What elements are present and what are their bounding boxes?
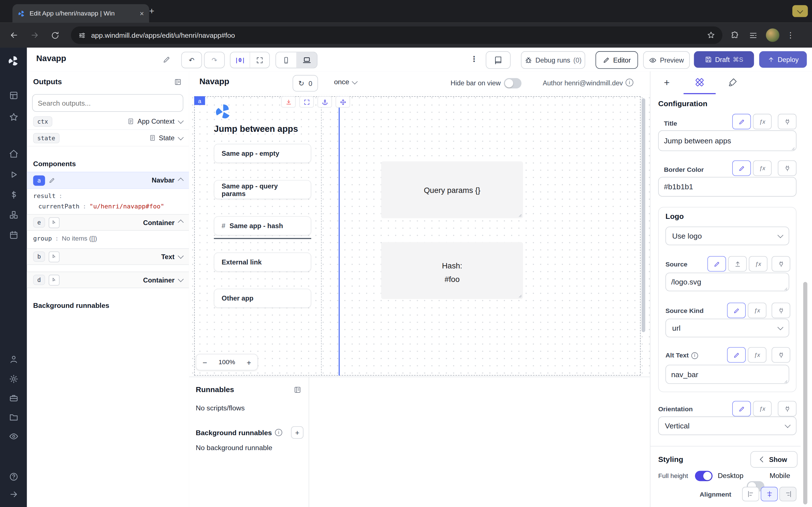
orientation-select[interactable]: Vertical: [658, 416, 796, 435]
connect-plug-button[interactable]: [772, 302, 790, 318]
use-logo-select[interactable]: Use logo: [665, 226, 789, 245]
app-canvas[interactable]: a Jump between apps Same app - empty Sam…: [189, 94, 650, 377]
edit-id-pencil-icon[interactable]: [49, 177, 56, 184]
address-bar[interactable]: app.windmill.dev/apps/edit/u/henri/navap…: [71, 26, 723, 44]
folders-icon[interactable]: [7, 411, 20, 423]
variables-dollar-icon[interactable]: [7, 188, 20, 201]
alt-text-input[interactable]: [665, 365, 789, 384]
info-icon[interactable]: i: [691, 352, 698, 359]
browser-tab[interactable]: Edit App u/henri/navapp | Win ×: [12, 4, 149, 23]
state-row[interactable]: state State: [27, 130, 189, 147]
undo-button[interactable]: ↶: [181, 52, 202, 68]
forward-icon[interactable]: [30, 31, 40, 40]
apps-grid-icon[interactable]: [7, 89, 20, 101]
group-row[interactable]: group : No items ([]): [27, 231, 189, 246]
schedules-calendar-icon[interactable]: [7, 229, 20, 241]
runnables-panel-icon[interactable]: [294, 386, 301, 393]
align-end-button[interactable]: [779, 487, 797, 501]
help-icon[interactable]: [7, 470, 20, 483]
edit-pencil-button[interactable]: [732, 160, 751, 176]
add-bg-runnable-button[interactable]: +: [291, 426, 303, 439]
tab-close-icon[interactable]: ×: [140, 9, 144, 17]
deploy-button[interactable]: Deploy: [759, 51, 807, 68]
docs-button[interactable]: [486, 51, 511, 69]
source-input[interactable]: [665, 273, 789, 291]
refresh-mode-select[interactable]: once: [334, 78, 357, 86]
rename-pencil-icon[interactable]: [163, 55, 171, 64]
border-color-input[interactable]: [658, 177, 796, 196]
reload-icon[interactable]: [51, 31, 59, 40]
window-scrollbar[interactable]: [803, 282, 808, 504]
title-input[interactable]: [658, 130, 796, 151]
nav-link-external[interactable]: External link: [214, 252, 311, 272]
bookmark-star-icon[interactable]: [707, 31, 715, 39]
align-start-button[interactable]: [742, 487, 759, 501]
tab-search-chip[interactable]: [792, 5, 808, 17]
nav-link-other-app[interactable]: Other app: [214, 289, 311, 308]
expand-icon[interactable]: [299, 96, 314, 108]
move-icon[interactable]: [336, 96, 350, 108]
fx-expression-button[interactable]: ƒx: [749, 256, 767, 272]
info-icon[interactable]: i: [275, 429, 282, 436]
select-hand-icon[interactable]: [49, 274, 60, 285]
refresh-control[interactable]: ↻ 0: [293, 75, 318, 92]
debug-runs-button[interactable]: Debug runs (0): [521, 51, 585, 69]
insert-component-tab[interactable]: +: [664, 77, 670, 89]
component-d-row[interactable]: d Container: [27, 272, 189, 288]
nav-link-empty[interactable]: Same app - empty: [214, 144, 311, 163]
edit-pencil-button[interactable]: [707, 256, 726, 272]
windmill-logo[interactable]: [7, 55, 20, 67]
collapse-arrow-icon[interactable]: [7, 488, 20, 500]
fx-expression-button[interactable]: ƒx: [753, 114, 772, 129]
hash-component[interactable]: Hash: #foo: [381, 242, 523, 299]
edit-pencil-button[interactable]: [727, 347, 746, 362]
info-icon[interactable]: i: [626, 78, 633, 87]
upload-button[interactable]: [728, 256, 747, 272]
profile-avatar[interactable]: [766, 29, 779, 42]
site-settings-icon[interactable]: [78, 31, 86, 39]
chevron-up-icon[interactable]: [178, 219, 184, 225]
extensions-puzzle-icon[interactable]: [731, 31, 740, 40]
styling-show-button[interactable]: Show: [750, 451, 797, 468]
align-center-button[interactable]: [761, 487, 778, 501]
source-kind-select[interactable]: url: [665, 319, 789, 337]
mobile-view-button[interactable]: [276, 52, 297, 68]
audit-eye-icon[interactable]: [7, 430, 20, 442]
query-params-component[interactable]: Query params {}: [381, 161, 523, 218]
connect-plug-button[interactable]: [772, 347, 790, 362]
back-icon[interactable]: [9, 31, 18, 40]
resize-handle-icon[interactable]: [517, 293, 522, 298]
header-kebab-icon[interactable]: ⋮: [470, 54, 478, 64]
preview-button[interactable]: Preview: [643, 51, 690, 69]
chevron-down-icon[interactable]: [178, 118, 184, 124]
chevron-up-icon[interactable]: [178, 177, 184, 183]
desktop-view-button[interactable]: [297, 52, 317, 68]
fx-expression-button[interactable]: ƒx: [748, 347, 766, 362]
zoom-out-button[interactable]: −: [202, 358, 207, 367]
redo-button[interactable]: ↷: [204, 52, 225, 68]
fx-expression-button[interactable]: ƒx: [748, 302, 766, 318]
chevron-down-icon[interactable]: [178, 253, 184, 259]
settings-tab[interactable]: [695, 78, 704, 87]
editor-tab-button[interactable]: Editor: [596, 51, 638, 69]
fx-expression-button[interactable]: ƒx: [753, 401, 772, 416]
draft-button[interactable]: Draft ⌘S: [694, 51, 754, 68]
connect-plug-button[interactable]: [778, 114, 797, 129]
connect-plug-button[interactable]: [778, 160, 797, 176]
browser-menu-icon[interactable]: ⋮: [786, 31, 795, 40]
runs-play-icon[interactable]: [7, 168, 20, 180]
search-outputs-input[interactable]: [32, 94, 183, 112]
chevron-down-icon[interactable]: [178, 276, 184, 282]
favorites-star-icon[interactable]: [7, 111, 20, 123]
fullscreen-button[interactable]: [250, 52, 269, 68]
fx-expression-button[interactable]: ƒx: [753, 160, 772, 176]
resources-blocks-icon[interactable]: [7, 209, 20, 221]
column-resize-line[interactable]: [339, 96, 340, 376]
grid-lines-button[interactable]: |0|: [231, 52, 250, 68]
connect-plug-button[interactable]: [778, 401, 797, 416]
select-hand-icon[interactable]: [49, 217, 60, 228]
edit-pencil-button[interactable]: [732, 114, 751, 129]
edit-pencil-button[interactable]: [732, 401, 751, 416]
component-b-row[interactable]: b Text: [27, 248, 189, 265]
edit-pencil-button[interactable]: [727, 302, 746, 318]
